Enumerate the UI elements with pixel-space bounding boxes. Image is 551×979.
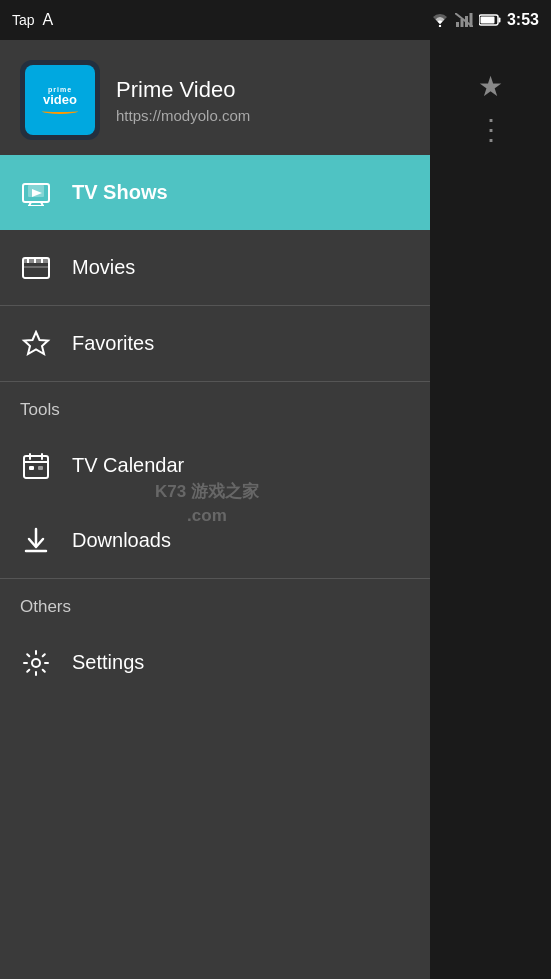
prime-video-logo-mark: prime video [42, 86, 78, 114]
movies-icon [20, 252, 52, 284]
wifi-icon [431, 13, 449, 27]
tv-shows-label: TV Shows [72, 181, 168, 204]
svg-rect-26 [29, 466, 34, 470]
battery-icon [479, 14, 501, 26]
nav-item-movies[interactable]: Movies [0, 230, 430, 305]
svg-rect-1 [456, 22, 459, 27]
app-info: Prime Video https://modyolo.com [116, 77, 410, 124]
downloads-label: Downloads [72, 529, 171, 552]
nav-item-tv-shows[interactable]: TV Shows [0, 155, 430, 230]
settings-label: Settings [72, 651, 144, 674]
more-options-icon[interactable]: ⋮ [477, 123, 505, 137]
overlay-panel: ★ ⋮ [430, 40, 551, 979]
status-bar: Tap A 3:53 [0, 0, 551, 40]
svg-rect-18 [34, 258, 36, 263]
calendar-icon [20, 450, 52, 482]
svg-rect-19 [41, 258, 43, 263]
svg-rect-8 [480, 17, 494, 24]
tools-section-header: Tools [0, 382, 430, 428]
favorites-icon [20, 328, 52, 360]
smile-arc [42, 108, 78, 114]
drawer-overlay: prime video Prime Video https://modyolo.… [0, 40, 551, 979]
svg-point-0 [439, 25, 441, 27]
svg-rect-7 [498, 18, 500, 23]
nav-item-tv-calendar[interactable]: TV Calendar [0, 428, 430, 503]
movies-label: Movies [72, 256, 135, 279]
keyboard-icon: A [43, 11, 54, 29]
signal-icon [455, 13, 473, 27]
svg-point-30 [32, 659, 40, 667]
svg-rect-22 [24, 456, 48, 478]
status-bar-right: 3:53 [431, 11, 539, 29]
settings-icon [20, 647, 52, 679]
nav-item-settings[interactable]: Settings [0, 625, 430, 700]
svg-marker-21 [24, 332, 48, 354]
video-label: video [43, 93, 77, 106]
status-bar-left: Tap A [12, 11, 53, 29]
tv-calendar-label: TV Calendar [72, 454, 184, 477]
nav-item-downloads[interactable]: Downloads [0, 503, 430, 578]
app-name-label: Prime Video [116, 77, 410, 103]
app-logo-inner: prime video [25, 65, 95, 135]
app-url-label: https://modyolo.com [116, 107, 410, 124]
drawer-header: prime video Prime Video https://modyolo.… [0, 40, 430, 155]
nav-item-favorites[interactable]: Favorites [0, 306, 430, 381]
svg-rect-17 [27, 258, 29, 263]
nav-items: TV Shows Movies [0, 155, 430, 979]
navigation-drawer: prime video Prime Video https://modyolo.… [0, 40, 430, 979]
star-bookmark-icon[interactable]: ★ [478, 70, 503, 103]
app-logo: prime video [20, 60, 100, 140]
svg-rect-27 [38, 466, 43, 470]
tap-label: Tap [12, 12, 35, 28]
time-display: 3:53 [507, 11, 539, 29]
favorites-label: Favorites [72, 332, 154, 355]
tv-icon [20, 177, 52, 209]
download-icon [20, 525, 52, 557]
others-section-header: Others [0, 579, 430, 625]
